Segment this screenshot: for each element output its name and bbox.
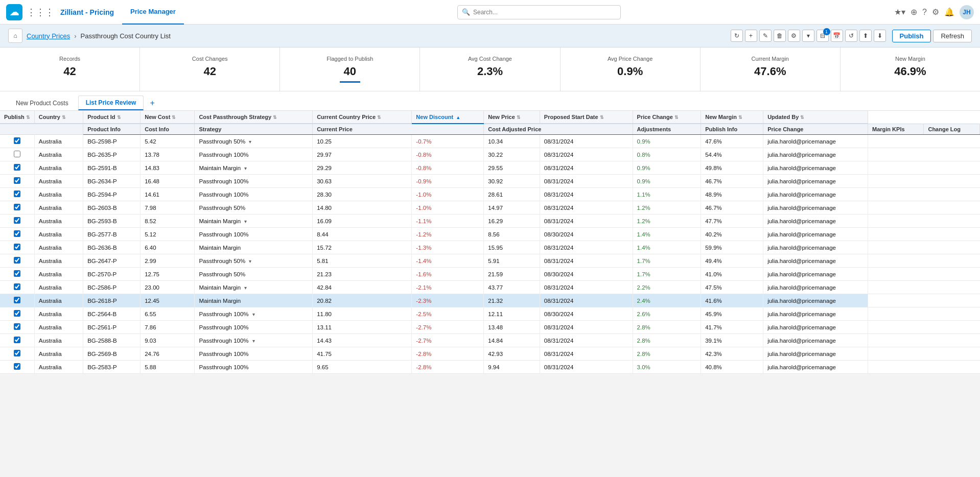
- publish-cell[interactable]: [0, 307, 34, 321]
- new-cost-cell: 5.88: [141, 361, 195, 374]
- new-margin-cell: 47.5%: [701, 281, 763, 294]
- country-cell: Australia: [34, 161, 83, 175]
- publish-checkbox[interactable]: [14, 151, 20, 157]
- publish-cell[interactable]: [0, 254, 34, 268]
- strategy-cell: Passthrough 50% ▾: [195, 254, 313, 268]
- new-price-cell: 30.92: [484, 175, 540, 188]
- upload-button[interactable]: ⬆: [859, 30, 872, 42]
- new-discount-cell: -2.7%: [412, 321, 484, 334]
- strategy-dropdown[interactable]: ▾: [252, 312, 255, 317]
- table-row: AustraliaBG-2569-B24.76Passthrough 100%4…: [0, 347, 980, 361]
- publish-cell[interactable]: [0, 281, 34, 294]
- col-header-product_id[interactable]: Product Id ⇅: [83, 111, 141, 124]
- filter-button[interactable]: ⊟ 1: [816, 30, 829, 42]
- dropdown-bc-button[interactable]: ▾: [802, 30, 814, 42]
- col-header-publish[interactable]: Publish ⇅: [0, 111, 34, 124]
- publish-cell[interactable]: [0, 241, 34, 254]
- publish-cell[interactable]: [0, 361, 34, 374]
- publish-cell[interactable]: [0, 175, 34, 188]
- col-header-new_price[interactable]: New Price ⇅: [484, 111, 540, 124]
- col-header-new_discount[interactable]: New Discount ▲: [412, 111, 484, 124]
- strategy-dropdown[interactable]: ▾: [252, 338, 255, 344]
- publish-cell[interactable]: [0, 148, 34, 161]
- settings-nav-icon[interactable]: ⚙: [932, 7, 939, 17]
- strategy-dropdown[interactable]: ▾: [244, 285, 247, 291]
- publish-cell[interactable]: [0, 188, 34, 201]
- stat-card-cost-changes: Cost Changes 42: [140, 47, 280, 91]
- col-header-strategy[interactable]: Cost Passthrough Strategy ⇅: [195, 111, 313, 124]
- publish-checkbox[interactable]: [14, 217, 20, 224]
- avatar[interactable]: JH: [960, 5, 974, 19]
- publish-button[interactable]: Publish: [892, 30, 931, 42]
- sortable-indicator: ⇅: [26, 115, 30, 120]
- publish-cell[interactable]: [0, 321, 34, 334]
- publish-checkbox[interactable]: [14, 190, 20, 197]
- publish-checkbox[interactable]: [14, 323, 20, 330]
- reset-bc-button[interactable]: ↺: [845, 30, 857, 42]
- publish-cell[interactable]: [0, 347, 34, 361]
- download-button[interactable]: ⬇: [874, 30, 886, 42]
- col-header-price_change[interactable]: Price Change ⇅: [633, 111, 701, 124]
- search-input[interactable]: [473, 9, 616, 16]
- search-bar[interactable]: 🔍: [457, 5, 621, 19]
- tab-price-manager[interactable]: Price Manager: [122, 0, 184, 25]
- col-header-current_country_price[interactable]: Current Country Price ⇅: [313, 111, 412, 124]
- proposed-start-date-cell: 08/31/2024: [540, 361, 633, 374]
- publish-cell[interactable]: [0, 214, 34, 228]
- publish-checkbox[interactable]: [14, 363, 20, 370]
- bell-icon[interactable]: 🔔: [944, 7, 954, 17]
- view-tab-new-product-costs[interactable]: New Product Costs: [8, 96, 76, 110]
- col-header-new_cost[interactable]: New Cost ⇅: [141, 111, 195, 124]
- new-discount-cell: -1.0%: [412, 201, 484, 214]
- col-header-proposed_start_date[interactable]: Proposed Start Date ⇅: [540, 111, 633, 124]
- publish-checkbox[interactable]: [14, 283, 20, 290]
- publish-checkbox[interactable]: [14, 137, 20, 144]
- table-row: AustraliaBG-2588-B9.03Passthrough 100% ▾…: [0, 334, 980, 347]
- new-bc-button[interactable]: +: [745, 30, 757, 42]
- strategy-dropdown[interactable]: ▾: [244, 165, 247, 171]
- publish-cell[interactable]: [0, 135, 34, 148]
- new-price-cell: 13.48: [484, 321, 540, 334]
- refresh-button[interactable]: Refresh: [933, 30, 972, 42]
- strategy-dropdown[interactable]: ▾: [249, 258, 251, 264]
- edit-bc-button[interactable]: ✎: [759, 30, 772, 42]
- stats-row: Records 42 Cost Changes 42 Flagged to Pu…: [0, 47, 980, 91]
- publish-checkbox[interactable]: [14, 164, 20, 171]
- add-tab-button[interactable]: +: [146, 97, 158, 110]
- publish-checkbox[interactable]: [14, 350, 20, 356]
- publish-cell[interactable]: [0, 228, 34, 241]
- col-header-country[interactable]: Country ⇅: [34, 111, 83, 124]
- publish-cell[interactable]: [0, 201, 34, 214]
- refresh-bc-button[interactable]: ↻: [731, 30, 743, 42]
- strategy-dropdown[interactable]: ▾: [249, 139, 251, 145]
- current-price-cell: 29.29: [313, 161, 412, 175]
- breadcrumb-parent[interactable]: Country Prices: [27, 32, 70, 40]
- publish-cell[interactable]: [0, 294, 34, 307]
- plus-nav-icon[interactable]: ⊕: [911, 7, 917, 17]
- publish-checkbox[interactable]: [14, 244, 20, 250]
- col-header-new_margin[interactable]: New Margin ⇅: [701, 111, 763, 124]
- delete-bc-button[interactable]: 🗑: [774, 30, 786, 42]
- calendar-bc-button[interactable]: 📅: [831, 30, 843, 42]
- publish-checkbox[interactable]: [14, 270, 20, 277]
- publish-cell[interactable]: [0, 334, 34, 347]
- settings-bc-button[interactable]: ⚙: [788, 30, 800, 42]
- publish-checkbox[interactable]: [14, 310, 20, 317]
- publish-checkbox[interactable]: [14, 257, 20, 264]
- group-header-change-log: Change Log: [924, 124, 980, 135]
- star-icon[interactable]: ★▾: [894, 7, 905, 17]
- publish-checkbox[interactable]: [14, 230, 20, 237]
- home-button[interactable]: ⌂: [8, 29, 22, 43]
- grid-icon[interactable]: ⋮⋮⋮: [27, 7, 54, 18]
- strategy-dropdown[interactable]: ▾: [244, 219, 247, 224]
- proposed-start-date-cell: 08/31/2024: [540, 281, 633, 294]
- publish-cell[interactable]: [0, 161, 34, 175]
- publish-cell[interactable]: [0, 268, 34, 281]
- publish-checkbox[interactable]: [14, 177, 20, 184]
- publish-checkbox[interactable]: [14, 337, 20, 343]
- publish-checkbox[interactable]: [14, 297, 20, 303]
- view-tab-list-price-review[interactable]: List Price Review: [78, 96, 144, 110]
- publish-checkbox[interactable]: [14, 204, 20, 210]
- col-header-updated_by[interactable]: Updated By ⇅: [763, 111, 868, 124]
- help-icon[interactable]: ?: [922, 8, 927, 17]
